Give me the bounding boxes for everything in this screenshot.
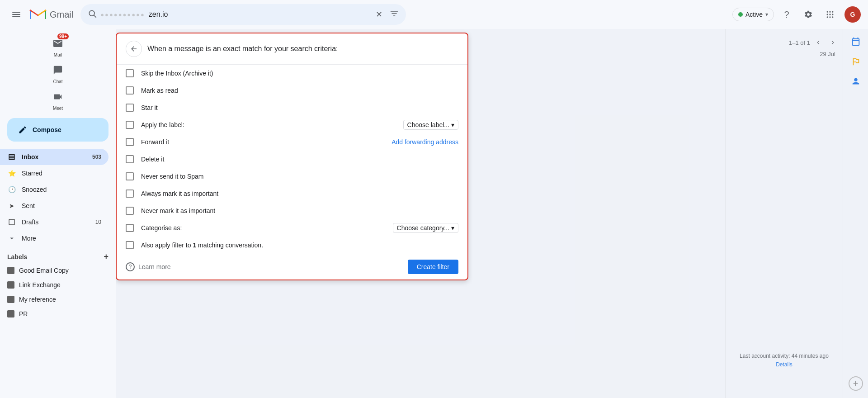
menu-icon[interactable]	[7, 5, 25, 24]
gmail-logo: Gmail	[29, 8, 73, 21]
sent-label: Sent	[22, 202, 101, 209]
filter-header: When a message is an exact match for you…	[117, 33, 467, 65]
categorise-checkbox[interactable]	[126, 224, 134, 232]
svg-rect-1	[12, 14, 20, 15]
mark-read-checkbox[interactable]	[126, 86, 134, 95]
topbar-right: Active ▾ ? G	[732, 5, 861, 24]
dropdown-chevron-icon: ▾	[451, 121, 454, 128]
chat-label: Chat	[53, 79, 62, 84]
label-dot	[7, 281, 14, 289]
inbox-label: Inbox	[22, 153, 87, 161]
avatar[interactable]: G	[844, 6, 861, 23]
main-layout: 99+ Mail Chat Meet Compose	[0, 29, 868, 398]
skip-inbox-checkbox[interactable]	[126, 69, 134, 77]
category-chevron-icon: ▾	[451, 224, 454, 232]
more-icon	[7, 234, 16, 243]
never-important-checkbox[interactable]	[126, 207, 134, 215]
label-good-email-copy[interactable]: Good Email Copy	[7, 263, 108, 278]
create-filter-button[interactable]: Create filter	[408, 260, 458, 274]
filter-option-apply-label: Apply the label: Choose label... ▾	[117, 116, 467, 133]
star-it-checkbox[interactable]	[126, 104, 134, 112]
nav-list: Inbox 503 ⭐ Starred 🕐 Snoozed ➤ Sent Dra…	[0, 149, 116, 246]
sent-icon: ➤	[7, 201, 16, 210]
search-bar: ●●●●●●●●●● zen.io ✕	[80, 4, 406, 25]
never-spam-checkbox[interactable]	[126, 172, 134, 180]
drafts-icon	[7, 218, 16, 227]
mail-label: Mail	[54, 52, 62, 57]
choose-category-dropdown[interactable]: Choose category... ▾	[393, 223, 458, 233]
filter-option-never-important: Never mark it as important	[117, 202, 467, 219]
search-value[interactable]: zen.io	[149, 10, 168, 19]
search-clear-icon[interactable]: ✕	[376, 9, 382, 19]
svg-point-14	[829, 16, 830, 18]
sidebar: 99+ Mail Chat Meet Compose	[0, 29, 116, 398]
search-blurred: ●●●●●●●●●●	[100, 11, 145, 18]
apps-icon[interactable]	[821, 5, 839, 24]
content-area: When a message is an exact match for you…	[116, 29, 868, 398]
svg-point-10	[827, 14, 828, 15]
sidebar-item-more[interactable]: More	[0, 230, 108, 246]
sidebar-item-snoozed[interactable]: 🕐 Snoozed	[0, 181, 108, 198]
forward-it-checkbox[interactable]	[126, 138, 134, 146]
label-name: Good Email Copy	[19, 267, 69, 274]
add-forwarding-address-link[interactable]: Add forwarding address	[392, 138, 458, 146]
active-label: Active	[745, 11, 763, 18]
label-pr[interactable]: PR	[7, 307, 108, 321]
forward-it-label: Forward it	[141, 138, 384, 146]
apply-label-text: Apply the label:	[141, 121, 396, 128]
skip-inbox-label: Skip the Inbox (Archive it)	[141, 70, 458, 77]
labels-add-icon[interactable]: +	[104, 252, 108, 261]
mark-read-label: Mark as read	[141, 87, 458, 94]
mail-icon[interactable]: 99+	[49, 34, 67, 52]
delete-it-label: Delete it	[141, 156, 458, 163]
choose-label-text: Choose label...	[407, 121, 449, 128]
filter-options-list: Skip the Inbox (Archive it) Mark as read…	[117, 65, 467, 254]
starred-icon: ⭐	[7, 169, 16, 178]
label-dot	[7, 310, 14, 317]
filter-option-categorise: Categorise as: Choose category... ▾	[117, 219, 467, 237]
svg-point-8	[829, 11, 830, 13]
compose-button[interactable]: Compose	[7, 118, 108, 142]
filter-dialog: When a message is an exact match for you…	[116, 33, 468, 280]
inbox-count: 503	[92, 154, 101, 160]
search-options-icon[interactable]	[390, 9, 399, 20]
settings-icon[interactable]	[799, 5, 817, 24]
always-important-checkbox[interactable]	[126, 190, 134, 198]
meet-icon[interactable]	[49, 88, 67, 106]
filter-option-mark-read: Mark as read	[117, 82, 467, 99]
active-dot	[738, 12, 743, 17]
svg-line-6	[94, 15, 96, 18]
sidebar-item-sent[interactable]: ➤ Sent	[0, 198, 108, 214]
svg-point-11	[829, 14, 830, 15]
filter-overlay: When a message is an exact match for you…	[116, 29, 868, 398]
apply-label-checkbox[interactable]	[126, 121, 134, 129]
topbar: Gmail ●●●●●●●●●● zen.io ✕ Active ▾ ? G	[0, 0, 868, 29]
filter-option-never-spam: Never send it to Spam	[117, 168, 467, 185]
sidebar-item-inbox[interactable]: Inbox 503	[0, 149, 108, 165]
label-link-exchange[interactable]: Link Exchange	[7, 278, 108, 292]
label-my-reference[interactable]: My reference	[7, 292, 108, 307]
label-dot	[7, 267, 14, 274]
learn-more-icon: ?	[126, 262, 135, 271]
delete-it-checkbox[interactable]	[126, 155, 134, 163]
learn-more-link[interactable]: ? Learn more	[126, 262, 171, 271]
svg-rect-2	[12, 16, 20, 17]
starred-label: Starred	[22, 170, 101, 177]
sidebar-item-starred[interactable]: ⭐ Starred	[0, 165, 108, 181]
snoozed-icon: 🕐	[7, 185, 16, 194]
help-icon[interactable]: ?	[778, 5, 796, 24]
svg-rect-4	[45, 10, 46, 19]
learn-more-text: Learn more	[138, 263, 171, 270]
choose-label-dropdown[interactable]: Choose label... ▾	[403, 120, 458, 130]
also-apply-checkbox[interactable]	[126, 241, 134, 249]
chat-icon[interactable]	[49, 61, 67, 79]
sidebar-item-drafts[interactable]: Drafts 10	[0, 214, 108, 230]
compose-label: Compose	[33, 126, 61, 133]
svg-point-9	[832, 11, 833, 13]
filter-option-always-important: Always mark it as important	[117, 185, 467, 202]
filter-option-forward-it: Forward it Add forwarding address	[117, 133, 467, 151]
active-status-badge[interactable]: Active ▾	[732, 8, 774, 21]
filter-header-text: When a message is an exact match for you…	[147, 45, 338, 53]
svg-point-13	[827, 16, 828, 18]
filter-back-button[interactable]	[126, 41, 142, 57]
